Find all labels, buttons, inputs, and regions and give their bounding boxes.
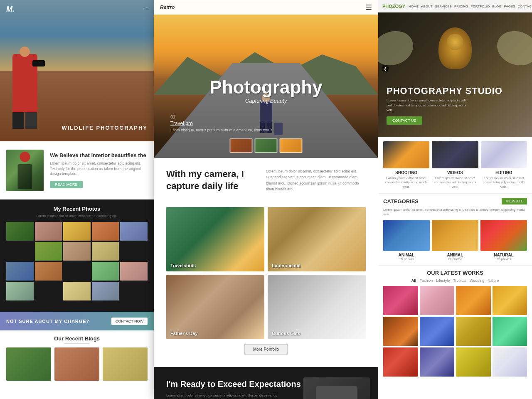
center-tagline: With my camera, I capture daily life bbox=[166, 168, 258, 192]
photo-cell-12[interactable] bbox=[120, 262, 148, 281]
nav-item-blog[interactable]: BLOG bbox=[492, 5, 501, 8]
nav-item-home[interactable]: HOME bbox=[409, 5, 419, 8]
category-image-2 bbox=[432, 220, 478, 251]
category-image-1 bbox=[383, 220, 430, 251]
shooting-image bbox=[383, 141, 429, 168]
photo-cell-5[interactable] bbox=[120, 222, 148, 241]
hamburger-menu-icon[interactable]: ☰ bbox=[365, 3, 372, 12]
photo-cell-15[interactable] bbox=[92, 282, 119, 300]
portfolio-label-3: Father's Day bbox=[170, 331, 198, 336]
photo-cell-9[interactable] bbox=[6, 262, 34, 281]
photo-cell-14[interactable] bbox=[63, 282, 91, 300]
phozogy-hero-text: PHOTOGRAPHY STUDIO Lorem ipsum dolor sit… bbox=[387, 86, 502, 112]
categories-header: CATEGORIES VIEW ALL bbox=[383, 198, 527, 204]
center-hero: Rettro ☰ Photography Capturing Beauty 01… bbox=[154, 0, 378, 158]
works-filters: All Fashion Lifestyle Tropical Wedding N… bbox=[383, 278, 527, 283]
hero-thumb-1[interactable] bbox=[230, 138, 253, 153]
filter-lifestyle[interactable]: Lifestyle bbox=[436, 278, 450, 283]
photo-cell-2[interactable] bbox=[35, 222, 62, 241]
phozogy-navbar: PHOZOGY HOME ABOUT SERVICES PRICING PORT… bbox=[378, 0, 532, 12]
contact-us-button[interactable]: CONTACT US bbox=[387, 116, 422, 125]
category-count-2: 22 photos bbox=[432, 257, 478, 261]
work-item-3[interactable] bbox=[456, 286, 491, 315]
filter-all[interactable]: All bbox=[411, 278, 416, 283]
recent-photos-section: My Recent Photos Lorem ipsum dolor sit a… bbox=[0, 200, 154, 312]
photo-cell-11[interactable] bbox=[92, 262, 119, 281]
photo-cell-10[interactable] bbox=[35, 262, 62, 281]
latest-works-section: OUR LATEST WORKS All Fashion Lifestyle T… bbox=[378, 266, 532, 381]
filter-fashion[interactable]: Fashion bbox=[419, 278, 433, 283]
work-item-11[interactable] bbox=[456, 347, 491, 377]
hero-subtitle: Capturing Beauty bbox=[209, 98, 322, 104]
photo-cell-4[interactable] bbox=[92, 222, 119, 241]
wildlife-title: WILDLIFE PHOTOGRAPHY bbox=[62, 125, 148, 131]
work-item-2[interactable] bbox=[420, 286, 455, 315]
work-item-7[interactable] bbox=[456, 317, 491, 346]
interior-heading: We Believe that Interior beautifies the bbox=[50, 152, 148, 158]
nav-item-contact[interactable]: CONTACT bbox=[518, 5, 532, 8]
hero-link-desc: Eliom tristique, metus pretium nutrum el… bbox=[170, 128, 273, 133]
photo-cell-13[interactable] bbox=[6, 282, 34, 300]
blog-thumb-2[interactable] bbox=[54, 347, 99, 381]
blog-thumb-1[interactable] bbox=[6, 347, 51, 381]
portfolio-item-4[interactable]: Curious Cats bbox=[268, 275, 366, 339]
exceed-section: I'm Ready to Exceed Expectations Lorem i… bbox=[154, 367, 378, 399]
work-item-9[interactable] bbox=[383, 347, 418, 377]
prev-arrow-icon[interactable]: ❮ bbox=[382, 65, 389, 72]
hero-link[interactable]: Travel pro bbox=[170, 121, 193, 126]
blog-thumb-3[interactable] bbox=[103, 347, 148, 381]
photo-cell-3[interactable] bbox=[63, 222, 91, 241]
portfolio-item-1[interactable]: Travelshots bbox=[166, 207, 264, 271]
category-name-1: ANIMAL bbox=[383, 253, 430, 257]
categories-title: CATEGORIES bbox=[383, 198, 419, 204]
nav-item-portfolio[interactable]: PORTFOLIO bbox=[470, 5, 490, 8]
filter-nature[interactable]: Nature bbox=[488, 278, 499, 283]
hero-title-block: Photography Capturing Beauty bbox=[209, 77, 322, 104]
photo-cell-7[interactable] bbox=[63, 242, 91, 261]
category-animal-2[interactable]: ANIMAL 22 photos bbox=[432, 220, 478, 261]
nav-item-pricing[interactable]: PRICING bbox=[454, 5, 468, 8]
work-item-4[interactable] bbox=[493, 286, 527, 315]
blogs-divider bbox=[64, 343, 89, 344]
more-portfolio-button[interactable]: More Portfolio bbox=[244, 344, 288, 355]
phozogy-hero-desc: Lorem ipsum dolor sit amet, consectetur … bbox=[387, 98, 470, 112]
category-animal-1[interactable]: ANIMAL 15 photos bbox=[383, 220, 430, 261]
editing-image bbox=[481, 141, 527, 168]
phozogy-hero: PHOZOGY HOME ABOUT SERVICES PRICING PORT… bbox=[378, 0, 532, 137]
center-nav-logo: Rettro bbox=[160, 5, 175, 10]
photo-cell-1[interactable] bbox=[6, 222, 34, 241]
hero-thumb-3[interactable] bbox=[280, 138, 303, 153]
work-item-12[interactable] bbox=[493, 347, 527, 377]
works-grid-row-3 bbox=[383, 347, 527, 377]
work-item-6[interactable] bbox=[420, 317, 455, 346]
service-editing: EDITING Lorem ipsum dolor sit amet conse… bbox=[481, 141, 527, 189]
exceed-desc: Lorem ipsum dolor sit amet, consectetur … bbox=[166, 393, 286, 399]
nav-item-about[interactable]: ABOUT bbox=[421, 5, 433, 8]
view-all-button[interactable]: VIEW ALL bbox=[502, 198, 527, 204]
nav-item-services[interactable]: SERVICES bbox=[435, 5, 452, 8]
photo-cell-8[interactable] bbox=[92, 242, 119, 261]
work-item-8[interactable] bbox=[493, 317, 527, 346]
cta-button[interactable]: CONTACT NOW bbox=[111, 318, 148, 325]
portfolio-item-2[interactable]: Experimental bbox=[268, 207, 366, 271]
filter-tropical[interactable]: Tropical bbox=[453, 278, 466, 283]
services-section: SHOOTING Lorem ipsum dolor sit amet cons… bbox=[378, 137, 532, 194]
interior-body: Lorem ipsum dolor sit amet, consectetur … bbox=[50, 161, 148, 177]
recent-photos-title: My Recent Photos bbox=[6, 206, 148, 212]
portfolio-item-3[interactable]: Father's Day bbox=[166, 275, 264, 339]
read-more-button[interactable]: READ MORE bbox=[50, 181, 83, 188]
filter-wedding[interactable]: Wedding bbox=[470, 278, 484, 283]
photo-cell-6[interactable] bbox=[35, 242, 62, 261]
blog-thumbnails bbox=[6, 347, 148, 381]
work-item-10[interactable] bbox=[420, 347, 455, 377]
nav-item-pages[interactable]: PAGES bbox=[504, 5, 515, 8]
category-natural[interactable]: NATURAL 32 photos bbox=[480, 220, 527, 261]
hero-thumb-2[interactable] bbox=[255, 138, 278, 153]
wildlife-nav: ... bbox=[144, 5, 148, 10]
work-item-1[interactable] bbox=[383, 286, 418, 315]
work-item-5[interactable] bbox=[383, 317, 418, 346]
category-name-2: ANIMAL bbox=[432, 253, 478, 257]
portfolio-label-1: Travelshots bbox=[170, 263, 196, 268]
category-count-3: 32 photos bbox=[480, 257, 527, 261]
portfolio-label-4: Curious Cats bbox=[272, 331, 300, 336]
